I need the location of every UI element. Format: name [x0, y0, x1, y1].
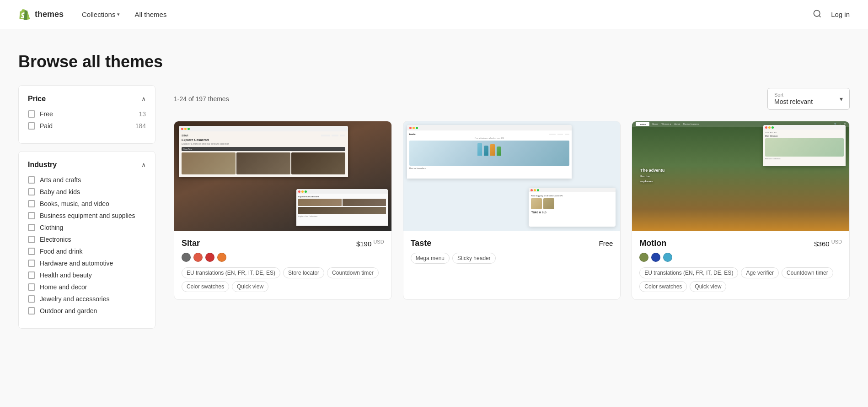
sitar-swatches: [182, 253, 384, 262]
motion-tag-color: Color swatches: [639, 281, 687, 292]
motion-tag-age: Age verifier: [741, 267, 779, 278]
price-filter-chevron: [141, 95, 146, 103]
industry-electronics-row: Electronics: [28, 236, 146, 243]
navbar: themes Collections ▾ All themes Log in: [0, 0, 868, 29]
motion-theme-price: $360 USD: [814, 239, 842, 248]
industry-filter-header[interactable]: Industry: [28, 161, 146, 169]
content-header: 1-24 of 197 themes Sort Most relevant ▾: [174, 85, 850, 110]
motion-tag-quickview: Quick view: [690, 281, 726, 292]
industry-outdoor-row: Outdoor and garden: [28, 307, 146, 315]
food-drink-checkbox[interactable]: [28, 248, 35, 255]
industry-hardware-row: Hardware and automotive: [28, 260, 146, 267]
industry-food-row: Food and drink: [28, 248, 146, 255]
health-beauty-label: Health and beauty: [40, 271, 92, 279]
outdoor-garden-label: Outdoor and garden: [40, 307, 97, 315]
industry-jewelry-row: Jewelry and accessories: [28, 295, 146, 303]
sitar-card-info: Sitar $190 USD EU translations (EN, FR: [174, 231, 391, 299]
motion-tag-countdown: Countdown timer: [782, 267, 833, 278]
tag-sticky-header: Sticky header: [452, 253, 496, 264]
motion-tag-eu: EU translations (EN, FR, IT, DE, ES): [639, 267, 738, 278]
paid-label: Paid: [40, 122, 53, 130]
industry-books-row: Books, music, and video: [28, 200, 146, 207]
results-count: 1-24 of 197 themes: [174, 95, 229, 103]
baby-kids-checkbox[interactable]: [28, 188, 35, 195]
swatch-1: [182, 253, 191, 262]
taste-card-info: Taste Free Mega menu Sticky header: [403, 231, 621, 271]
search-icon[interactable]: [813, 9, 822, 20]
electronics-label: Electronics: [40, 236, 71, 243]
industry-clothing-row: Clothing: [28, 224, 146, 231]
tag-mega-menu: Mega menu: [411, 253, 450, 264]
jewelry-accessories-checkbox[interactable]: [28, 295, 35, 303]
chevron-down-icon: ▾: [117, 11, 120, 17]
tag-store-locator: Store locator: [283, 267, 324, 278]
industry-filter-chevron: [141, 161, 146, 169]
clothing-label: Clothing: [40, 224, 63, 231]
theme-grid: SITAR Explore Casacraft Discover a world…: [174, 121, 850, 300]
home-decor-checkbox[interactable]: [28, 283, 35, 291]
baby-kids-label: Baby and kids: [40, 188, 80, 195]
sort-dropdown[interactable]: Sort Most relevant ▾: [767, 88, 850, 110]
nav-right: Log in: [813, 9, 850, 20]
motion-tags: EU translations (EN, FR, IT, DE, ES) Age…: [639, 267, 842, 292]
price-paid-row: Paid 184: [28, 122, 146, 130]
jewelry-accessories-label: Jewelry and accessories: [40, 295, 110, 303]
sort-label: Sort: [774, 92, 836, 98]
nav-links: Collections ▾ All themes: [82, 11, 813, 18]
collections-link[interactable]: Collections ▾: [82, 11, 120, 18]
logo-link[interactable]: themes: [18, 8, 64, 21]
tag-countdown-timer: Countdown timer: [327, 267, 379, 278]
tag-color-swatches: Color swatches: [182, 281, 229, 292]
electronics-checkbox[interactable]: [28, 236, 35, 243]
industry-baby-row: Baby and kids: [28, 188, 146, 195]
motion-swatch-1: [639, 253, 648, 262]
content-area: 1-24 of 197 themes Sort Most relevant ▾: [174, 85, 850, 336]
motion-card-image: motion Men ▾ Women ▾ About Theme feature…: [632, 121, 849, 231]
paid-checkbox[interactable]: [28, 122, 35, 130]
login-link[interactable]: Log in: [831, 11, 850, 18]
svg-point-0: [814, 10, 820, 16]
arts-crafts-checkbox[interactable]: [28, 176, 35, 184]
sort-value: Most relevant: [774, 98, 813, 105]
free-checkbox[interactable]: [28, 110, 35, 118]
tag-eu-translations: EU translations (EN, FR, IT, DE, ES): [182, 267, 280, 278]
price-filter-title: Price: [28, 95, 46, 103]
motion-swatches: [639, 253, 842, 262]
sitar-card-image: SITAR Explore Casacraft Discover a world…: [174, 121, 391, 231]
sitar-tags: EU translations (EN, FR, IT, DE, ES) Sto…: [182, 267, 384, 292]
free-count: 13: [139, 110, 146, 118]
motion-card-info: Motion $360 USD EU translations (EN, FR,…: [632, 231, 849, 299]
swatch-4: [217, 253, 226, 262]
tag-quick-view: Quick view: [232, 281, 268, 292]
clothing-checkbox[interactable]: [28, 224, 35, 231]
industry-home-row: Home and decor: [28, 283, 146, 291]
taste-tags: Mega menu Sticky header: [411, 253, 613, 264]
health-beauty-checkbox[interactable]: [28, 271, 35, 279]
business-equipment-checkbox[interactable]: [28, 212, 35, 219]
price-filter-header[interactable]: Price: [28, 95, 146, 103]
theme-card-motion[interactable]: motion Men ▾ Women ▾ About Theme feature…: [632, 121, 850, 300]
main-layout: Price Free 13 Paid 184 Industry: [0, 85, 868, 364]
motion-swatch-2: [651, 253, 660, 262]
all-themes-link[interactable]: All themes: [134, 11, 166, 18]
hardware-automotive-label: Hardware and automotive: [40, 260, 113, 267]
theme-card-taste[interactable]: taste Free shipping on all orders over $…: [403, 121, 621, 300]
logo-text: themes: [35, 10, 64, 19]
motion-theme-name: Motion: [639, 239, 666, 248]
industry-business-row: Business equipment and supplies: [28, 212, 146, 219]
industry-arts-row: Arts and crafts: [28, 176, 146, 184]
hero-section: Browse all themes: [0, 29, 868, 85]
theme-card-sitar[interactable]: SITAR Explore Casacraft Discover a world…: [174, 121, 392, 300]
free-label: Free: [40, 110, 53, 118]
taste-theme-price: Free: [599, 239, 613, 247]
sidebar: Price Free 13 Paid 184 Industry: [18, 85, 155, 336]
outdoor-garden-checkbox[interactable]: [28, 307, 35, 315]
swatch-2: [193, 253, 203, 262]
price-free-row: Free 13: [28, 110, 146, 118]
industry-health-row: Health and beauty: [28, 271, 146, 279]
books-music-checkbox[interactable]: [28, 200, 35, 207]
home-decor-label: Home and decor: [40, 283, 87, 291]
hardware-automotive-checkbox[interactable]: [28, 260, 35, 267]
shopify-logo-icon: [18, 8, 31, 21]
books-music-label: Books, music, and video: [40, 200, 109, 207]
